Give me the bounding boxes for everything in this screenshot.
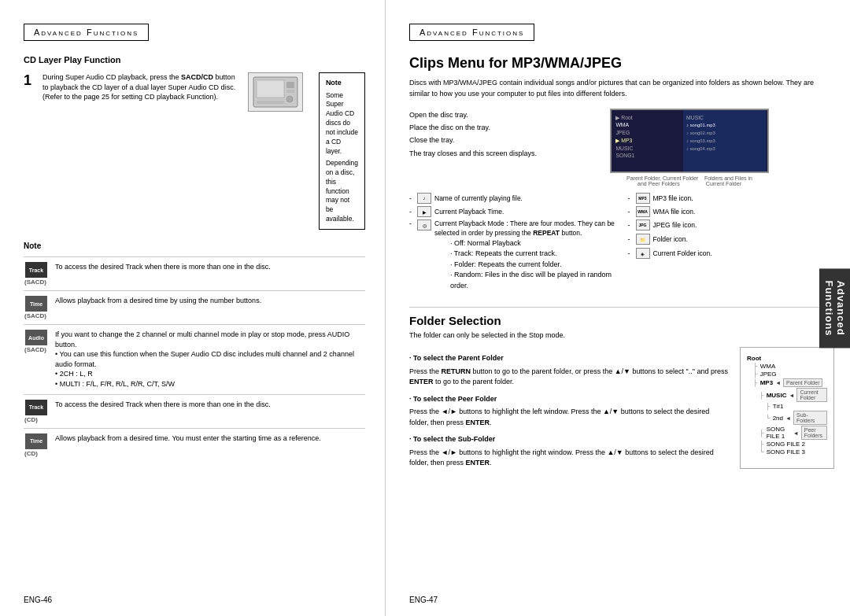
svg-text:SONG1: SONG1: [615, 153, 634, 158]
sacd-label-2: (SACD): [24, 312, 48, 319]
tree-line-6: └: [766, 415, 771, 422]
clips-title: Clips Menu for MP3/WMA/JPEG: [409, 55, 834, 72]
tree-line-8: ├: [759, 441, 764, 448]
svg-rect-3: [286, 90, 294, 93]
function-row-2: Time (SACD) Allows playback from a desir…: [24, 290, 365, 324]
note-section: Note Track (SACD) To access the desired …: [24, 242, 365, 462]
right-page: Advanced Functions Clips Menu for MP3/WM…: [386, 0, 850, 616]
mode-icon: ◎: [417, 219, 431, 231]
note-item-2: Depending on a disc, this function may n…: [326, 159, 358, 224]
note-item-1: Some Super Audio CD discs do not include…: [326, 91, 358, 157]
legend-text-6: WMA file icon.: [653, 208, 696, 216]
tree-line-9: └: [759, 448, 764, 456]
clips-desc: Discs with MP3/WMA/JPEG contain individu…: [409, 78, 834, 99]
folder-tree: Root ├ WMA ├ JPEG ├ MP3 ◄ Parent Folder: [740, 347, 834, 469]
svg-rect-5: [257, 101, 284, 104]
tree-song3: └ SONG FILE 3: [759, 448, 827, 456]
left-header: Advanced Functions: [24, 24, 149, 41]
tree-line-2: ├: [753, 371, 758, 378]
device-image: [248, 72, 303, 112]
mode-2: · Track: Repeats the current track.: [450, 249, 616, 260]
function-text-1: To access the desired Track when there i…: [55, 262, 365, 272]
legend-item-9: - ◈ Current Folder icon.: [628, 248, 835, 259]
mode-3: · Folder: Repeats the current folder.: [450, 260, 616, 271]
mode-4: · Random: Files in the disc will be play…: [450, 270, 616, 291]
tree-song1: ├ SONG FILE 1 ◄ Peer Folders: [759, 426, 827, 440]
function-row-4: Track (CD) To access the desired Track w…: [24, 394, 365, 428]
svg-text:MUSIC: MUSIC: [686, 115, 704, 120]
disc-instr-2: Place the disc on the tray.: [409, 121, 537, 134]
music-label: MUSIC: [767, 392, 787, 399]
cd-label-2: (CD): [24, 450, 48, 457]
tree-line-5: ├: [766, 403, 771, 410]
legend-item-6: - WMA WMA file icon.: [628, 206, 835, 217]
tree-jpeg: ├ JPEG: [753, 371, 827, 378]
legend-item-7: - JPG JPEG file icon.: [628, 219, 835, 231]
function-row-1: Track (SACD) To access the desired Track…: [24, 256, 365, 290]
clips-screen-wrapper: Open the disc tray. Place the disc on th…: [409, 109, 834, 186]
tree-song2: ├ SONG FILE 2: [759, 441, 827, 448]
svg-text:♪ song01.mp3: ♪ song01.mp3: [686, 123, 715, 127]
svg-text:▶ MP3: ▶ MP3: [615, 138, 632, 143]
caption-right: and Peer Folders Current Folder: [638, 181, 741, 186]
tree-2nd: └ 2nd ◄ Sub-Folders: [766, 411, 827, 425]
cd-layer-content: 1 During Super Audio CD playback, press …: [24, 72, 365, 230]
disc-screen-section: ▶ Root WMA JPEG ▶ MP3 MUSIC SONG1 MUSIC …: [545, 109, 834, 186]
tree-line-7: ├: [759, 430, 764, 437]
legend-item-1: - ♪ Name of currently playing file.: [409, 193, 616, 204]
peer-folder-tag: Peer Folders: [801, 426, 827, 440]
disc-caption: Parent Folder, Current Folder Folders an…: [626, 175, 752, 186]
svg-text:▶ Root: ▶ Root: [615, 115, 632, 120]
page: Advanced Functions CD Layer Play Functio…: [0, 0, 850, 616]
svg-text:WMA: WMA: [615, 122, 629, 127]
function-text-4: To access the desired Track when there i…: [55, 400, 365, 410]
note-section-title: Note: [24, 242, 365, 250]
left-page: Advanced Functions CD Layer Play Functio…: [0, 0, 386, 616]
right-page-number: ENG-47: [409, 596, 438, 604]
tree-line-1: ├: [753, 363, 758, 370]
tree-line-4: ├: [759, 392, 764, 399]
sub-folder-title: · To select the Sub-Folder: [409, 434, 728, 445]
disc-instr-1: Open the disc tray.: [409, 109, 537, 121]
parent-folder-title: · To select the Parent Folder: [409, 353, 728, 364]
legend-item-3: - ◎ Current Playback Mode : There are fo…: [409, 219, 616, 299]
note-box-title: Note: [326, 78, 358, 88]
cd-layer-title: CD Layer Play Function: [24, 55, 365, 65]
2nd-arrow: ◄: [785, 415, 791, 421]
note-icon: ♪: [417, 193, 431, 204]
song2-label: SONG FILE 2: [767, 441, 805, 448]
tree-line-3: ├: [753, 379, 758, 386]
folder-content: · To select the Parent Folder Press the …: [409, 347, 834, 469]
wma-icon: WMA: [636, 206, 650, 217]
svg-text:MUSIC: MUSIC: [615, 146, 633, 151]
parent-folder-text: Press the RETURN button to go to the par…: [409, 367, 728, 388]
mp3-icon: MP3: [636, 193, 650, 204]
mode-1: · Off: Normal Playback: [450, 238, 616, 249]
legend-item-5: - MP3 MP3 file icon.: [628, 193, 835, 204]
tree-t1: ├ T#1: [766, 403, 827, 410]
legend-text-2: Current Playback Time.: [434, 208, 504, 216]
function-text-3: If you want to change the 2 channel or m…: [55, 330, 365, 389]
sacd-label-3: (SACD): [24, 346, 48, 353]
current-folder-tag: Current Folder: [796, 388, 827, 402]
legend-text-9: Current Folder icon.: [653, 249, 712, 257]
svg-rect-2: [286, 82, 294, 88]
right-header: Advanced Functions: [409, 24, 534, 41]
side-tab-line1: Advanced: [835, 280, 847, 335]
folder-instructions: · To select the Parent Folder Press the …: [409, 347, 728, 469]
sub-folder-text: Press the ◄/► buttons to highlight the r…: [409, 448, 728, 469]
step-box: 1 During Super Audio CD playback, press …: [24, 72, 303, 230]
clips-legend-grid: - ♪ Name of currently playing file. - MP…: [409, 193, 834, 299]
side-tab: Advanced Functions: [819, 268, 850, 348]
divider: [409, 307, 834, 308]
legend-text-1: Name of currently playing file.: [434, 194, 523, 202]
2nd-label: 2nd: [773, 415, 783, 422]
function-text-5: Allows playback from a desired time. You…: [55, 433, 365, 444]
legend-item-2: - ▶ Current Playback Time.: [409, 206, 616, 217]
function-text-2: Allows playback from a desired time by u…: [55, 296, 365, 306]
legend-text-5: MP3 file icon.: [653, 194, 693, 202]
folder-icon: 📁: [636, 234, 650, 245]
svg-text:♪ song02.mp3: ♪ song02.mp3: [686, 131, 715, 135]
jpeg-icon: JPG: [636, 219, 650, 231]
step-number: 1: [24, 72, 36, 89]
